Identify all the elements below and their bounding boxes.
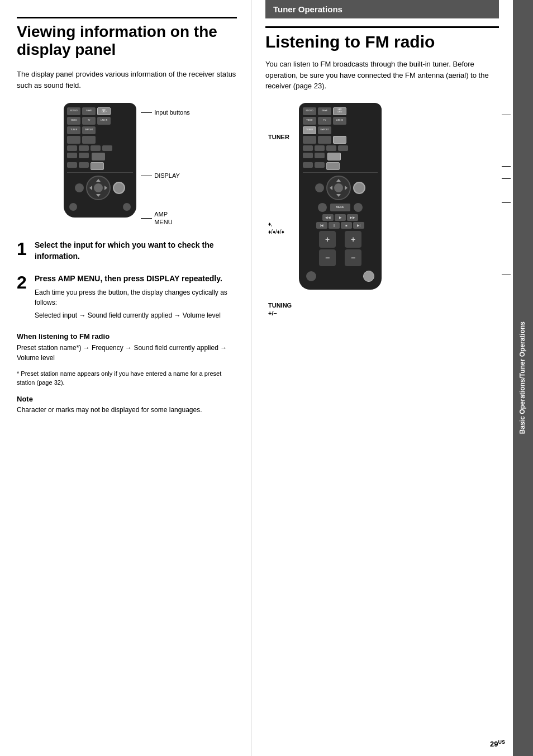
btn-r7b (79, 162, 89, 168)
left-intro: The display panel provides various infor… (17, 69, 237, 91)
btn-prev[interactable]: |◀ (316, 222, 327, 229)
rbtn-enter[interactable] (333, 136, 346, 144)
btn-r5c (91, 145, 101, 151)
rbtn-r6a (303, 153, 313, 158)
rbtn-bddvd[interactable]: BD/DVD (303, 107, 316, 115)
btn-play[interactable]: ▶ (335, 214, 346, 221)
btn-ff[interactable]: ▶▶ (347, 214, 358, 221)
btn-r5d (102, 145, 112, 151)
btn-blank3 (82, 136, 96, 144)
rbtn-satcatv[interactable]: SAT/CATV (333, 107, 346, 115)
rbtn-r7b (315, 162, 325, 168)
btn-satcatv[interactable]: SAT/CATV (97, 107, 111, 115)
btn-stop[interactable]: ■ (341, 222, 352, 229)
step-2-body-1: Each time you press the button, the disp… (35, 287, 237, 308)
rbtn-tv[interactable]: TV (318, 117, 331, 125)
btn-blank1 (97, 126, 111, 134)
remote-right: BD/DVD GAME SAT/CATV VIDEO TV LINE IN TU… (299, 103, 382, 290)
menu-row: MENU (303, 203, 378, 212)
joystick-center[interactable] (94, 183, 103, 192)
step-2: 2 Press AMP MENU, then press DISPLAY rep… (17, 273, 237, 324)
remote-diagram-left: BD/DVD GAME SAT/CATV VIDEO TV LINE IN (17, 103, 237, 226)
btn-next[interactable]: ▶| (353, 222, 364, 229)
bottom-row (303, 268, 378, 282)
step-2-number: 2 (17, 273, 29, 291)
left-labels: TUNER ♦,♦/♦/♦/♦ TUNING +/– (268, 103, 299, 290)
tuner-header: Tuner Operations (265, 0, 499, 18)
callout-display: DISPLAY (141, 172, 190, 179)
btn-r6b (79, 153, 89, 158)
sidebar-tab-text: Basic Operations/Tuner Operations (518, 322, 527, 434)
note-body: Character or marks may not be displayed … (17, 405, 237, 415)
rbtn-r5a (303, 145, 313, 151)
circle-r-left[interactable] (315, 183, 324, 192)
circle-left[interactable] (75, 183, 84, 192)
circle-bottom-right[interactable] (123, 203, 131, 211)
label-amp-menu: AMP MENU (154, 210, 172, 226)
label-display: DISPLAY (154, 172, 180, 179)
step-2-body: Each time you press the button, the disp… (35, 287, 237, 320)
rbtn-blank (333, 126, 346, 134)
main-content: Viewing information on the display panel… (0, 0, 513, 756)
big-btn-right[interactable] (113, 182, 125, 194)
footnote: * Preset station name appears only if yo… (17, 370, 237, 387)
vol-up-right[interactable]: + (345, 231, 361, 248)
remote-left: BD/DVD GAME SAT/CATV VIDEO TV LINE IN (64, 103, 136, 218)
rbtn-tuner[interactable]: TUNER (303, 126, 316, 134)
rbtn-r4a (303, 136, 316, 144)
rbtn-dmport[interactable]: DMPORT (318, 126, 331, 134)
page-container: Viewing information on the display panel… (0, 0, 533, 756)
btn-ampmenu-left[interactable] (91, 162, 104, 170)
btn-tv[interactable]: TV (82, 117, 96, 125)
btn-rew[interactable]: ◀◀ (322, 214, 334, 221)
btn-blank2 (67, 136, 80, 144)
rbtn-ampmenu[interactable] (326, 162, 340, 170)
rbtn-game[interactable]: GAME (318, 107, 331, 115)
left-column: Viewing information on the display panel… (0, 0, 251, 756)
when-fm-title: When listening to FM radio (17, 332, 237, 341)
btn-display[interactable] (92, 153, 105, 160)
volume-row: + − + − (303, 231, 378, 266)
step-1-number: 1 (17, 240, 29, 258)
right-column: Tuner Operations Listening to FM radio Y… (251, 0, 513, 756)
btn-r6a (67, 153, 77, 158)
vol-up-left[interactable]: + (319, 231, 336, 248)
btn-menu[interactable]: MENU (330, 204, 350, 211)
rbtn-r5b (315, 145, 325, 151)
rbtn-dtuning[interactable] (327, 153, 341, 160)
joystick-right (303, 176, 378, 200)
page-number-value: 29 (490, 740, 498, 748)
rbtn-video[interactable]: VIDEO (303, 117, 316, 125)
joystick-r-center[interactable] (334, 183, 343, 192)
joystick-r-main[interactable] (326, 176, 351, 200)
btn-video[interactable]: VIDEO (67, 117, 80, 125)
circle-bottom-left[interactable] (69, 203, 77, 211)
btn-r7a (67, 162, 77, 168)
bottom-circle-left[interactable] (306, 271, 316, 281)
step-2-content: Press AMP MENU, then press DISPLAY repea… (35, 273, 237, 324)
note-title: Note (17, 395, 237, 403)
btn-linein[interactable]: LINE IN (97, 117, 111, 125)
when-fm-body: Preset station name*) → Frequency → Soun… (17, 343, 237, 363)
page-number: 29US (490, 739, 505, 748)
joystick-main[interactable] (86, 176, 111, 200)
btn-pause[interactable]: || (329, 222, 340, 229)
nav-arrows: ♦,♦/♦/♦/♦ (268, 221, 284, 235)
vol-down-right[interactable]: − (345, 249, 361, 266)
btn-tuner[interactable]: TUNER (67, 126, 80, 134)
rbtn-r5d (338, 145, 348, 151)
circle-menu-left[interactable] (318, 203, 327, 212)
big-btn-r-right[interactable] (353, 182, 365, 194)
label-input-buttons: Input buttons (154, 108, 190, 116)
rbtn-linein[interactable]: LINE IN (333, 117, 346, 125)
tuner-label: TUNER (268, 134, 289, 140)
right-intro: You can listen to FM broadcasts through … (265, 59, 499, 92)
btn-game[interactable]: GAME (82, 107, 96, 115)
btn-bddvd[interactable]: BD/DVD (67, 107, 80, 115)
btn-r5b (79, 145, 89, 151)
vol-down-left[interactable]: − (319, 249, 336, 266)
btn-shift[interactable] (363, 271, 374, 282)
circle-menu-right[interactable] (354, 203, 363, 212)
btn-dmport[interactable]: DMPORT (82, 126, 96, 134)
nav-label: ♦,♦/♦/♦/♦ (268, 212, 284, 236)
